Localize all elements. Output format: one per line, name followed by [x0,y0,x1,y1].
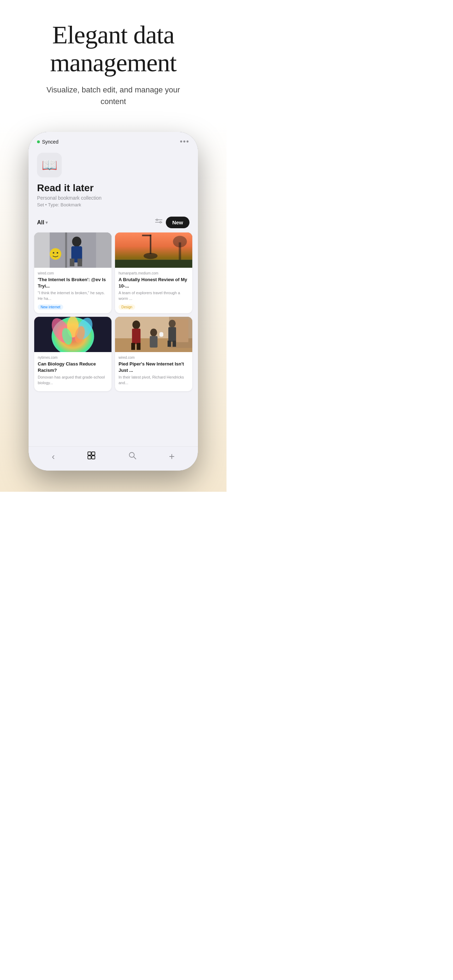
svg-point-1 [156,219,158,221]
hero-section: Elegant data management Visualize, batch… [0,0,227,121]
sliders-icon[interactable] [155,219,162,226]
svg-point-40 [168,320,176,328]
svg-rect-7 [65,232,67,268]
bottom-nav: ‹ + [29,446,198,471]
card-excerpt: In their latest pivot, Richard Hendricks… [119,375,189,386]
card-excerpt: "I think the internet is broken," he say… [38,290,108,301]
svg-rect-6 [96,232,111,268]
card-item[interactable]: humanparts.medium.com A Brutally Honest … [115,232,192,313]
svg-point-13 [53,252,54,254]
filter-all-label: All [37,220,44,226]
card-source: nytimes.com [38,356,108,360]
card-source: humanparts.medium.com [119,271,189,275]
card-image-2 [115,232,192,268]
svg-rect-41 [168,327,176,342]
card-image-3 [34,317,111,352]
svg-rect-5 [34,232,50,268]
phone-frame: Synced ••• 📖 Read it later Personal book… [29,132,198,471]
add-icon[interactable]: + [169,451,175,462]
chevron-down-icon: ▾ [46,220,48,225]
svg-rect-11 [78,259,82,266]
svg-point-14 [57,252,58,254]
svg-rect-48 [92,456,95,459]
filter-all-button[interactable]: All ▾ [37,220,48,226]
svg-rect-36 [131,343,135,350]
card-tag: Design [119,304,135,310]
filter-right-controls: New [155,216,189,228]
svg-rect-18 [142,235,151,236]
card-body: wired.com 'The Internet Is Broken': @ev … [34,268,111,313]
svg-rect-16 [115,260,192,268]
svg-rect-47 [88,456,91,459]
svg-point-8 [72,237,81,247]
back-icon[interactable]: ‹ [52,451,55,462]
app-header: 📖 Read it later Personal bookmark collec… [29,148,198,213]
svg-line-50 [134,457,136,459]
card-excerpt: Donovan has argued that grade-school bio… [38,375,108,386]
card-excerpt: A team of explorers travel through a wor… [119,290,189,301]
new-button[interactable]: New [166,216,189,228]
svg-point-21 [173,236,187,248]
app-content: 📖 Read it later Personal bookmark collec… [29,148,198,446]
svg-point-12 [50,248,61,260]
svg-rect-37 [137,343,140,350]
svg-rect-43 [173,341,176,347]
app-icon: 📖 [37,153,62,177]
svg-rect-45 [88,452,91,455]
svg-point-19 [144,253,157,259]
svg-rect-17 [150,235,151,255]
card-title: Pied Piper's New Internet Isn't Just ... [119,361,189,373]
card-image-1 [34,232,111,268]
svg-rect-10 [70,259,75,266]
card-title: Can Biology Class Reduce Racism? [38,361,108,373]
card-body: wired.com Pied Piper's New Internet Isn'… [115,352,192,391]
svg-point-3 [160,221,161,223]
svg-rect-35 [132,329,140,344]
sync-status: Synced [37,139,59,145]
card-item[interactable]: wired.com 'The Internet Is Broken': @ev … [34,232,111,313]
card-item[interactable]: nytimes.com Can Biology Class Reduce Rac… [34,317,111,391]
hero-title: Elegant data management [14,21,212,77]
svg-rect-42 [168,341,171,347]
phone-wrapper: Synced ••• 📖 Read it later Personal book… [0,121,227,492]
svg-rect-44 [159,332,163,337]
svg-point-34 [132,321,140,329]
card-source: wired.com [38,271,108,275]
card-item[interactable]: wired.com Pied Piper's New Internet Isn'… [115,317,192,391]
card-title: 'The Internet Is Broken': @ev Is Tryi... [38,277,108,289]
app-icon-emoji: 📖 [41,158,57,172]
svg-point-38 [150,329,157,337]
search-icon[interactable] [128,451,137,462]
app-name: Read it later [37,182,189,194]
more-options-icon[interactable]: ••• [180,138,189,146]
sync-dot-icon [37,140,40,143]
card-tag: New internet [38,304,63,310]
card-body: humanparts.medium.com A Brutally Honest … [115,268,192,313]
svg-rect-39 [150,336,158,348]
cards-grid: wired.com 'The Internet Is Broken': @ev … [29,232,198,397]
status-bar: Synced ••• [29,132,198,148]
grid-icon[interactable] [87,451,95,462]
sync-label: Synced [42,139,59,145]
svg-rect-46 [92,452,95,455]
filter-bar: All ▾ New [29,213,198,232]
card-source: wired.com [119,356,189,360]
app-meta: Set • Type: Bookmark [37,202,189,207]
card-image-4 [115,317,192,352]
hero-subtitle: Visualize, batch edit, and manage your c… [39,84,188,107]
app-description: Personal bookmark collection [37,195,189,201]
card-title: A Brutally Honest Review of My 10-... [119,277,189,289]
card-body: nytimes.com Can Biology Class Reduce Rac… [34,352,111,391]
phone-screen: Synced ••• 📖 Read it later Personal book… [29,132,198,471]
